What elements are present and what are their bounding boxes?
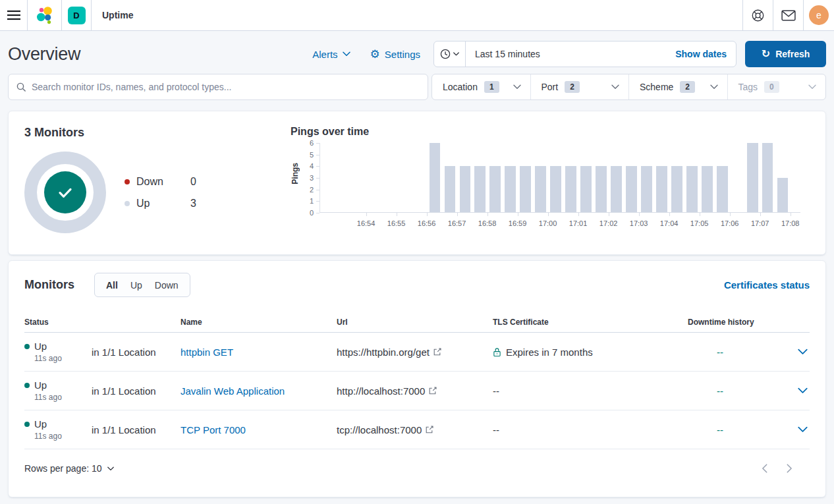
monitor-status-tabs: AllUpDown: [94, 273, 190, 297]
chevron-down-icon: [798, 349, 808, 355]
next-page-button[interactable]: [787, 464, 792, 473]
status-dot: [24, 383, 30, 388]
column-header-url: Url: [337, 318, 493, 327]
monitor-name-link[interactable]: TCP Port 7000: [181, 424, 337, 435]
monitor-row: Up 11s ago in 1/1 Location Javalin Web A…: [24, 372, 810, 410]
x-tick-label: 17:01: [569, 219, 588, 227]
show-dates-button[interactable]: Show dates: [675, 49, 736, 59]
y-tick-label: 4: [310, 162, 314, 170]
newsfeed-button[interactable]: [773, 0, 803, 30]
certificates-status-link[interactable]: Certificates status: [724, 279, 810, 291]
filter-label: Port: [542, 82, 559, 92]
deployment-badge[interactable]: D: [61, 0, 92, 30]
pings-bar: [762, 143, 773, 212]
pings-bar: [460, 166, 471, 212]
pings-bar: [641, 166, 652, 212]
filter-tags[interactable]: Tags0: [728, 74, 826, 99]
tab-down[interactable]: Down: [155, 280, 179, 291]
filter-label: Tags: [738, 82, 758, 92]
tab-all[interactable]: All: [106, 280, 118, 291]
expand-row-button[interactable]: [798, 426, 810, 433]
monitor-status-cell: Up 11s ago: [24, 379, 92, 402]
elastic-logo[interactable]: [27, 0, 61, 30]
pings-chart-title: Pings over time: [291, 126, 800, 138]
refresh-button[interactable]: ↻ Refresh: [745, 41, 826, 67]
external-link-icon[interactable]: [433, 348, 441, 356]
chevron-down-icon: [107, 466, 114, 471]
pings-bar: [550, 166, 561, 212]
top-navigation-bar: D Uptime e: [0, 0, 834, 31]
pings-bar: [535, 166, 546, 212]
chevron-down-icon: [513, 84, 521, 90]
tab-up[interactable]: Up: [130, 280, 142, 291]
y-tick-label: 2: [310, 186, 314, 194]
user-menu-button[interactable]: e: [803, 0, 834, 30]
y-tick-label: 5: [310, 151, 314, 159]
x-tick-label: 16:54: [357, 219, 375, 227]
time-range-value[interactable]: Last 15 minutes: [466, 49, 675, 59]
legend-dot: [125, 201, 130, 206]
settings-button[interactable]: ⚙ Settings: [370, 49, 420, 60]
pings-bar: [565, 166, 576, 212]
filter-label: Scheme: [640, 82, 673, 92]
pings-bar: [717, 166, 728, 212]
pagination: [762, 464, 810, 473]
x-tick-label: 16:59: [509, 219, 527, 227]
monitor-url: https://httpbin.org/get: [337, 347, 493, 358]
filter-scheme[interactable]: Scheme2: [629, 74, 728, 99]
legend-value: 3: [190, 198, 196, 210]
gear-icon: ⚙: [370, 49, 380, 60]
help-button[interactable]: [742, 0, 773, 30]
uptime-overview-page: D Uptime e Overview Alerts: [0, 0, 834, 504]
refresh-icon: ↻: [762, 49, 770, 59]
search-icon: [16, 82, 26, 92]
expand-row-button[interactable]: [798, 349, 810, 355]
filter-port[interactable]: Port2: [531, 74, 630, 99]
expand-row-button[interactable]: [798, 387, 810, 394]
monitor-tls-cell: --: [493, 424, 688, 435]
x-tick-label: 16:55: [387, 219, 406, 227]
previous-page-button[interactable]: [762, 464, 767, 473]
chevron-down-icon: [798, 387, 808, 394]
y-tick-mark: [316, 155, 320, 155]
monitor-row: Up 11s ago in 1/1 Location TCP Port 7000…: [24, 410, 810, 449]
mail-icon: [781, 10, 796, 21]
monitors-title: Monitors: [24, 278, 74, 292]
x-tick-label: 16:58: [478, 219, 497, 227]
help-lifering-icon: [751, 9, 765, 22]
search-input[interactable]: [32, 82, 420, 92]
rows-per-page-button[interactable]: Rows per page: 10: [24, 463, 114, 474]
search-box: [8, 74, 428, 100]
pings-bar: [474, 166, 486, 212]
pings-chart-plot: 0123456: [320, 143, 800, 213]
monitor-url: http://localhost:7000: [337, 385, 493, 397]
status-ago: 11s ago: [24, 393, 92, 402]
lock-icon: [493, 347, 501, 357]
pings-bar: [489, 166, 501, 212]
monitor-status-cell: Up 11s ago: [24, 341, 92, 363]
menu-button[interactable]: [0, 0, 27, 30]
external-link-icon[interactable]: [426, 426, 433, 434]
monitor-name-link[interactable]: Javalin Web Application: [181, 385, 337, 397]
external-link-icon[interactable]: [429, 387, 437, 395]
quick-select-menu-button[interactable]: [434, 42, 466, 67]
x-tick-label: 16:57: [448, 219, 466, 227]
monitor-name-link[interactable]: httpbin GET: [181, 347, 337, 358]
alerts-dropdown-button[interactable]: Alerts: [312, 49, 350, 60]
filter-group: Location1Port2Scheme2Tags0: [431, 74, 826, 100]
alerts-label: Alerts: [312, 49, 337, 60]
status-donut-chart: [24, 152, 106, 233]
x-tick-label: 17:04: [660, 219, 679, 227]
pings-bar: [580, 166, 592, 212]
chevron-down-icon: [343, 51, 350, 57]
url-text: https://httpbin.org/get: [337, 347, 430, 358]
breadcrumb-app-title[interactable]: Uptime: [92, 0, 144, 30]
legend-row-up: Up3: [125, 198, 196, 210]
snapshot-title: 3 Monitors: [24, 126, 291, 140]
check-icon: [55, 182, 76, 203]
y-tick-label: 0: [310, 209, 314, 217]
monitor-url: tcp://localhost:7000: [337, 424, 493, 435]
tls-text: Expires in 7 months: [506, 347, 593, 358]
filter-location[interactable]: Location1: [432, 74, 531, 99]
legend-row-down: Down0: [125, 176, 196, 188]
